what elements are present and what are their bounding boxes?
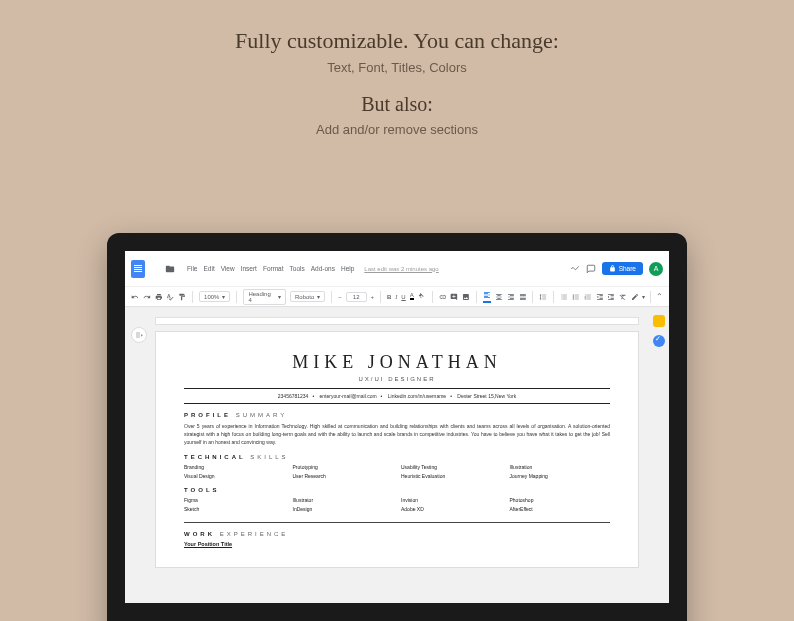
side-panel [653, 315, 665, 347]
skills-title: TECHNICAL SKILLS [184, 454, 610, 460]
link-icon[interactable] [439, 293, 447, 301]
promo-heading-1: Fully customizable. You can change: [0, 28, 794, 54]
font-size-dec[interactable]: − [338, 294, 342, 300]
skills-grid: Branding Prototyping Usability Testing I… [184, 464, 610, 479]
contact-phone: 23456781234 [278, 393, 309, 399]
outdent-icon[interactable] [596, 293, 604, 301]
position-title: Your Position Title [184, 541, 610, 547]
promo-heading-2: But also: [0, 93, 794, 116]
menu-insert[interactable]: Insert [241, 265, 257, 272]
indent-icon[interactable] [607, 293, 615, 301]
outline-toggle-button[interactable] [131, 327, 147, 343]
editor-canvas[interactable]: MIKE JONATHAN UX/UI DESIGNER 23456781234… [125, 307, 669, 603]
avatar[interactable]: A [649, 262, 663, 276]
contact-email: enteryour-mail@mail.com [320, 393, 377, 399]
history-icon[interactable] [570, 264, 580, 274]
contact-linkedin: Linkedin.com/in/username [388, 393, 446, 399]
menu-file[interactable]: File [187, 265, 197, 272]
numbered-list-icon[interactable] [584, 293, 592, 301]
svg-point-1 [573, 296, 574, 297]
work-title: WORK EXPERIENCE [184, 531, 610, 537]
toolbar: 100%▾ Heading 4▾ Roboto▾ − 12 + B I U A [125, 287, 669, 307]
menu-format[interactable]: Format [263, 265, 284, 272]
expand-icon[interactable]: ⌃ [656, 292, 663, 301]
image-icon[interactable] [462, 293, 470, 301]
profile-summary: Over 5 years of experience in Informatio… [184, 422, 610, 446]
monitor-bezel: File Edit View Insert Format Tools Add-o… [107, 233, 687, 621]
outline-icon [135, 331, 143, 339]
bullet-list-icon[interactable] [572, 293, 580, 301]
paint-format-icon[interactable] [178, 293, 186, 301]
menu-tools[interactable]: Tools [290, 265, 305, 272]
text-color-button[interactable]: A [410, 293, 414, 300]
font-size-inc[interactable]: + [371, 294, 375, 300]
menu-addons[interactable]: Add-ons [311, 265, 335, 272]
style-select[interactable]: Heading 4▾ [243, 289, 286, 305]
spellcheck-icon[interactable] [166, 293, 174, 301]
svg-point-0 [573, 294, 574, 295]
share-label: Share [619, 265, 636, 272]
align-center-button[interactable] [495, 293, 503, 301]
share-button[interactable]: Share [602, 262, 643, 275]
resume-role: UX/UI DESIGNER [184, 376, 610, 382]
contact-address: Dexter Street 15,New York [457, 393, 516, 399]
align-justify-button[interactable] [519, 293, 527, 301]
line-spacing-icon[interactable] [539, 293, 547, 301]
resume-name: MIKE JONATHAN [184, 352, 610, 373]
align-left-button[interactable] [483, 291, 491, 303]
contact-row: 23456781234• enteryour-mail@mail.com• Li… [184, 393, 610, 399]
promo-sub-2: Add and/or remove sections [0, 122, 794, 137]
align-right-button[interactable] [507, 293, 515, 301]
screen: File Edit View Insert Format Tools Add-o… [125, 251, 669, 603]
document-page[interactable]: MIKE JONATHAN UX/UI DESIGNER 23456781234… [155, 331, 639, 568]
redo-icon[interactable] [143, 293, 151, 301]
docs-logo-icon[interactable] [131, 260, 145, 278]
bold-button[interactable]: B [387, 294, 391, 300]
highlight-icon[interactable] [418, 293, 426, 301]
underline-button[interactable]: U [401, 294, 405, 300]
print-icon[interactable] [155, 293, 163, 301]
tools-grid: Figma Illustrator Invision Photoshop Ske… [184, 497, 610, 512]
docs-header: File Edit View Insert Format Tools Add-o… [125, 251, 669, 287]
add-comment-icon[interactable] [450, 293, 458, 301]
tasks-icon[interactable] [653, 335, 665, 347]
zoom-select[interactable]: 100%▾ [199, 291, 230, 302]
tools-title: TOOLS [184, 487, 610, 493]
checklist-icon[interactable] [560, 293, 568, 301]
ruler[interactable] [155, 317, 639, 325]
keep-icon[interactable] [653, 315, 665, 327]
monitor-frame: File Edit View Insert Format Tools Add-o… [107, 233, 687, 621]
promo-text-block: Fully customizable. You can change: Text… [0, 0, 794, 137]
font-select[interactable]: Roboto▾ [290, 291, 325, 302]
menu-view[interactable]: View [221, 265, 235, 272]
italic-button[interactable]: I [395, 294, 397, 300]
menu-help[interactable]: Help [341, 265, 354, 272]
svg-point-2 [573, 298, 574, 299]
menu-edit[interactable]: Edit [203, 265, 214, 272]
comment-icon[interactable] [586, 264, 596, 274]
font-size-input[interactable]: 12 [346, 292, 367, 302]
clear-format-icon[interactable] [619, 293, 627, 301]
last-edit-text[interactable]: Last edit was 2 minutes ago [364, 266, 438, 272]
undo-icon[interactable] [131, 293, 139, 301]
profile-title: PROFILE SUMMARY [184, 412, 610, 418]
folder-icon[interactable] [165, 264, 175, 274]
menu-bar: File Edit View Insert Format Tools Add-o… [187, 265, 354, 272]
promo-sub-1: Text, Font, Titles, Colors [0, 60, 794, 75]
lock-icon [609, 265, 616, 272]
editing-mode-icon[interactable] [631, 293, 639, 301]
